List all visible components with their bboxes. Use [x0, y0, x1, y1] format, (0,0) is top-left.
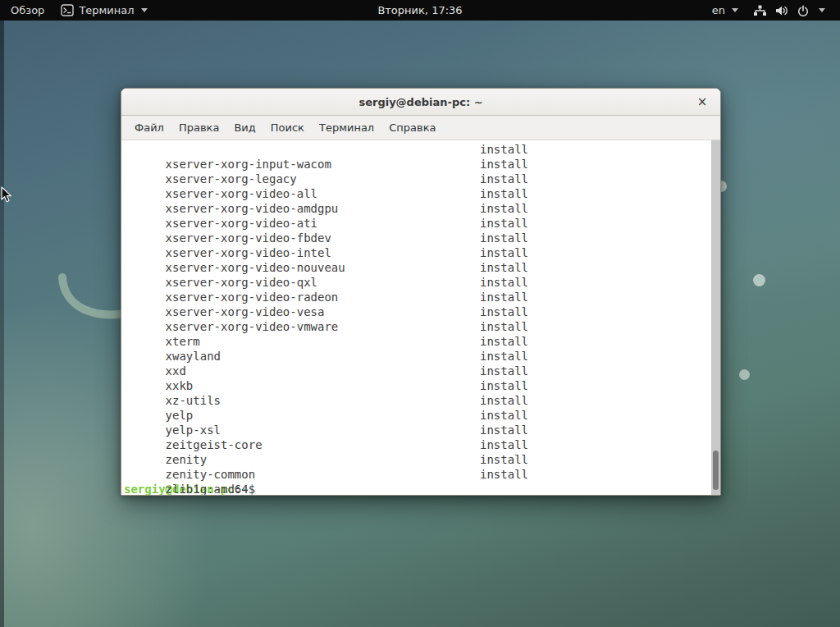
wallpaper-dot: [753, 274, 765, 286]
package-row: zeitgeist-core install: [124, 423, 709, 437]
package-row: xserver-xorg-video-vesa install: [124, 290, 709, 304]
chevron-down-icon: [732, 8, 738, 12]
package-row: yelp install: [124, 393, 709, 408]
package-status: install: [480, 423, 528, 437]
menu-terminal[interactable]: Терминал: [312, 117, 381, 138]
activities-label: Обзор: [11, 4, 44, 16]
scrollbar[interactable]: [711, 140, 720, 495]
package-status: install: [480, 172, 528, 186]
chevron-down-icon: [141, 8, 148, 12]
app-menu-terminal[interactable]: Терминал: [52, 0, 155, 21]
package-status: install: [480, 157, 528, 172]
package-status: install: [480, 186, 528, 201]
menubar: Файл Правка Вид Поиск Терминал Справка: [121, 116, 720, 140]
package-row: xserver-xorg-video-all install: [124, 172, 709, 186]
package-status: install: [480, 260, 528, 275]
package-status: install: [480, 378, 528, 393]
package-row: xwayland install: [124, 334, 709, 349]
prompt-symbol: $: [249, 483, 262, 495]
package-status: install: [480, 393, 528, 408]
titlebar[interactable]: sergiy@debian-pc: ~ ×: [121, 89, 720, 116]
package-row: yelp-xsl install: [124, 408, 709, 423]
screen-left-edge: [0, 21, 4, 627]
package-status: install: [480, 408, 528, 423]
wired-network-icon: [753, 4, 767, 17]
menu-edit[interactable]: Правка: [171, 117, 226, 138]
activities-button[interactable]: Обзор: [0, 0, 52, 21]
menu-file[interactable]: Файл: [127, 117, 171, 138]
package-row: xxkb install: [124, 364, 709, 378]
package-status: install: [480, 142, 528, 157]
package-row: xserver-xorg-input-wacom install: [124, 142, 709, 157]
gnome-top-bar: Обзор Терминал Вторник, 17:36 en: [0, 0, 840, 21]
terminal-window: sergiy@debian-pc: ~ × Файл Правка Вид По…: [121, 88, 721, 496]
package-status: install: [480, 437, 528, 452]
package-row: xserver-xorg-video-qxl install: [124, 260, 709, 275]
scrollbar-thumb[interactable]: [713, 451, 719, 490]
package-status: install: [480, 290, 528, 304]
package-status: install: [480, 467, 528, 482]
keyboard-layout-button[interactable]: en: [707, 0, 743, 21]
wallpaper-dot: [739, 369, 750, 380]
package-status: install: [480, 231, 528, 245]
menu-search[interactable]: Поиск: [263, 117, 312, 138]
package-status: install: [480, 334, 528, 349]
terminal-output[interactable]: xserver-xorg-input-wacom install xserver…: [121, 140, 720, 495]
package-status: install: [480, 349, 528, 364]
keyboard-layout-label: en: [712, 4, 725, 16]
package-status: install: [480, 319, 528, 334]
window-title: sergiy@debian-pc: ~: [358, 96, 482, 108]
package-row: xserver-xorg-video-intel install: [124, 231, 709, 245]
package-status: install: [480, 245, 528, 260]
package-row: xterm install: [124, 319, 709, 334]
volume-icon: [774, 4, 789, 17]
menu-help[interactable]: Справка: [381, 117, 443, 138]
package-row: xserver-xorg-legacy install: [124, 157, 709, 172]
package-row: xserver-xorg-video-ati install: [124, 201, 709, 216]
package-status: install: [480, 364, 528, 378]
clock-button[interactable]: Вторник, 17:36: [377, 4, 462, 16]
mouse-cursor: [1, 186, 12, 204]
system-status-area[interactable]: [746, 0, 832, 21]
package-row: xserver-xorg-video-nouveau install: [124, 245, 709, 260]
package-status: install: [480, 304, 528, 319]
package-row: xz-utils install: [124, 378, 709, 393]
chevron-down-icon: [819, 8, 825, 12]
app-menu-label: Терминал: [79, 4, 134, 16]
package-row: xserver-xorg-video-vmware install: [124, 304, 709, 319]
package-row: xserver-xorg-video-fbdev install: [124, 216, 709, 231]
menu-view[interactable]: Вид: [226, 117, 262, 138]
package-row: zlib1g:amd64 install: [124, 467, 709, 482]
close-button[interactable]: ×: [692, 89, 713, 115]
package-row: zenity install: [124, 437, 709, 452]
package-status: install: [480, 216, 528, 231]
package-row: zenity-common install: [124, 452, 709, 467]
package-name: zlib1g:amd64: [166, 483, 249, 495]
package-status: install: [480, 201, 528, 216]
power-icon: [797, 4, 810, 17]
package-status: install: [480, 452, 528, 467]
package-status: install: [480, 275, 528, 290]
package-row: xserver-xorg-video-amdgpu install: [124, 186, 709, 201]
package-row: xserver-xorg-video-radeon install: [124, 275, 709, 290]
terminal-icon: [61, 4, 74, 16]
package-row: xxd install: [124, 349, 709, 364]
